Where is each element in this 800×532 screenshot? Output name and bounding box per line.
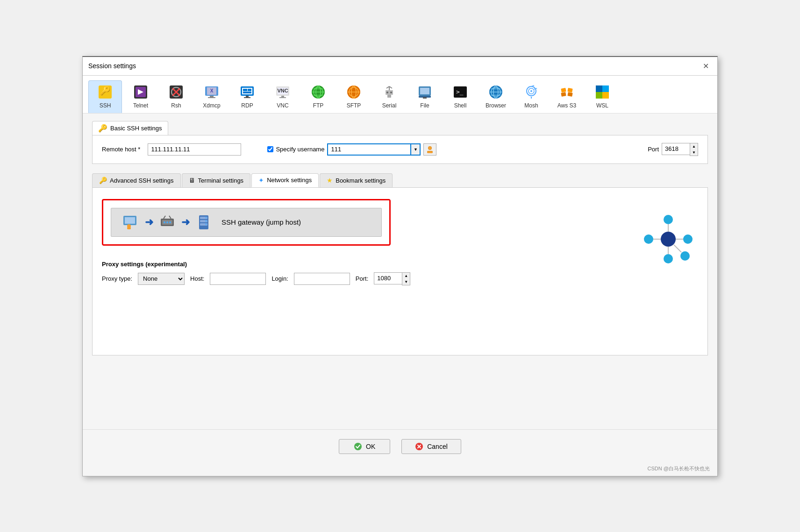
proto-tab-mosh[interactable]: Mosh (514, 80, 548, 113)
proxy-row: Proxy type: None HTTP SOCKS4 SOCKS5 Host… (102, 272, 410, 285)
proxy-port-label: Port: (356, 275, 368, 282)
proto-tab-rdp[interactable]: RDP (230, 80, 264, 113)
ok-button[interactable]: OK (339, 439, 390, 454)
proxy-port-increment[interactable]: ▲ (402, 273, 410, 279)
proxy-port-decrement[interactable]: ▼ (402, 279, 410, 285)
proto-tab-sftp[interactable]: SFTP (337, 80, 371, 113)
port-decrement[interactable]: ▼ (690, 149, 698, 156)
ftp-icon (310, 84, 327, 100)
svg-point-103 (354, 443, 362, 450)
proto-xdmcp-label: Xdmcp (203, 102, 220, 109)
rdp-icon (239, 84, 256, 100)
svg-rect-64 (567, 92, 572, 97)
watermark: CSDN @白马长枪不快也光 (83, 463, 717, 476)
specify-username-group: Specify username ▼ (267, 143, 436, 156)
basic-ssh-tab[interactable]: 🔑 Basic SSH settings (92, 121, 168, 135)
specify-username-checkbox[interactable] (267, 146, 273, 152)
svg-point-96 (683, 234, 693, 244)
port-group: Port ▲ ▼ (648, 143, 698, 156)
svg-rect-12 (210, 96, 214, 97)
svg-rect-73 (428, 151, 432, 153)
proto-tab-ssh[interactable]: 🔑 SSH (88, 80, 122, 113)
proto-browser-label: Browser (486, 102, 506, 109)
proxy-host-input[interactable] (210, 273, 266, 285)
gateway-button[interactable]: ➜ ➜ (111, 208, 382, 237)
serial-icon (381, 84, 398, 100)
svg-rect-61 (561, 88, 566, 92)
protocol-bar: 🔑 SSH Telnet (83, 76, 717, 113)
settings-tabs: 🔑 Advanced SSH settings 🖥 Terminal setti… (92, 173, 708, 187)
sftp-icon (345, 84, 362, 100)
proto-tab-file[interactable]: File (408, 80, 442, 113)
svg-point-40 (386, 92, 388, 93)
proto-tab-wsl[interactable]: WSL (586, 80, 619, 113)
cancel-label: Cancel (427, 443, 448, 450)
svg-rect-62 (567, 88, 572, 92)
proto-tab-telnet[interactable]: Telnet (124, 80, 157, 113)
svg-line-102 (674, 245, 681, 252)
svg-rect-13 (208, 97, 215, 98)
proxy-type-label: Proxy type: (102, 275, 132, 282)
close-button[interactable]: ✕ (700, 61, 712, 71)
network-settings-panel: ➜ ➜ (92, 187, 708, 355)
proto-tab-rsh[interactable]: Rsh (159, 80, 193, 113)
proto-wsl-label: WSL (596, 102, 608, 109)
proto-tab-serial[interactable]: Serial (372, 80, 406, 113)
proxy-port-input[interactable] (374, 272, 402, 284)
cancel-icon (415, 442, 423, 451)
dialog-title: Session settings (88, 62, 136, 70)
specify-username-checkbox-label[interactable]: Specify username (267, 146, 324, 153)
gateway-label: SSH gateway (jump host) (221, 218, 301, 226)
settings-tabs-area: 🔑 Advanced SSH settings 🖥 Terminal setti… (92, 173, 708, 355)
svg-text:>_: >_ (456, 88, 464, 95)
port-input[interactable] (662, 143, 690, 155)
proto-tab-browser[interactable]: Browser (479, 80, 513, 113)
proto-tab-ftp[interactable]: FTP (301, 80, 335, 113)
proxy-type-select[interactable]: None HTTP SOCKS4 SOCKS5 (138, 273, 185, 285)
port-label: Port (648, 146, 659, 153)
proto-tab-xdmcp[interactable]: X Xdmcp (195, 80, 229, 113)
tab-network[interactable]: ✦ Network settings (251, 173, 319, 187)
svg-point-97 (680, 251, 690, 261)
svg-point-90 (206, 220, 207, 221)
svg-line-83 (164, 216, 165, 219)
wsl-icon (594, 84, 611, 100)
remote-host-label: Remote host * (102, 146, 140, 153)
terminal-tab-icon: 🖥 (189, 177, 195, 184)
proto-tab-shell[interactable]: >_ Shell (443, 80, 477, 113)
proxy-section: Proxy settings (experimental) Proxy type… (102, 261, 410, 285)
tab-bookmark-label: Bookmark settings (336, 177, 386, 184)
svg-rect-16 (246, 96, 249, 97)
username-input[interactable] (327, 143, 411, 156)
remote-host-input[interactable] (148, 143, 241, 156)
proto-tab-vnc[interactable]: VNC VNC (266, 80, 300, 113)
network-diagram (640, 211, 696, 267)
file-icon (416, 84, 433, 100)
tab-terminal-label: Terminal settings (198, 177, 244, 184)
proxy-host-label: Host: (190, 275, 204, 282)
svg-rect-77 (127, 227, 131, 229)
username-dropdown-arrow[interactable]: ▼ (411, 143, 421, 156)
user-icon-button[interactable] (423, 143, 436, 156)
proto-ssh-label: SSH (100, 102, 111, 109)
proto-rdp-label: RDP (241, 102, 253, 109)
basic-ssh-key-icon: 🔑 (98, 124, 107, 133)
basic-ssh-section: Remote host * Specify username ▼ (92, 135, 708, 164)
tab-bookmark[interactable]: ★ Bookmark settings (320, 173, 393, 187)
svg-point-41 (390, 92, 392, 93)
proxy-login-input[interactable] (294, 273, 350, 285)
proxy-title: Proxy settings (experimental) (102, 261, 410, 268)
svg-rect-24 (281, 96, 284, 97)
tab-terminal[interactable]: 🖥 Terminal settings (182, 173, 251, 187)
proto-rsh-label: Rsh (171, 102, 181, 109)
gateway-server-icon (195, 214, 212, 231)
proto-vnc-label: VNC (277, 102, 288, 109)
svg-text:X: X (210, 88, 214, 93)
port-increment[interactable]: ▲ (690, 143, 698, 149)
cancel-button[interactable]: Cancel (401, 439, 461, 454)
tab-advanced-ssh[interactable]: 🔑 Advanced SSH settings (92, 173, 181, 187)
svg-line-84 (169, 216, 171, 219)
gateway-section: ➜ ➜ (102, 199, 698, 285)
proto-tab-awss3[interactable]: Aws S3 (550, 80, 584, 113)
svg-rect-44 (420, 88, 429, 94)
